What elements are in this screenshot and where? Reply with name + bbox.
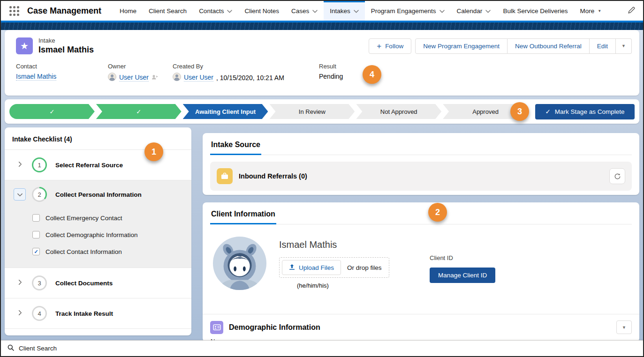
upload-files-button[interactable]: Upload Files [282, 260, 341, 275]
tab-client-information[interactable]: Client Information [210, 209, 276, 224]
field-label: Owner [108, 63, 173, 70]
new-outbound-referral-button[interactable]: New Outbound Referral [508, 38, 590, 54]
field-label: Created By [173, 63, 319, 70]
demographic-section-header: Demographic Information ▼ [210, 320, 632, 334]
checklist-subitem-collect-emergency-contact[interactable]: Collect Emergency Contact [32, 209, 191, 226]
file-dropzone[interactable]: Upload Files Or drop files [279, 257, 389, 278]
chevron-down-icon [485, 7, 491, 15]
client-information-tab-row: Client Information [210, 209, 632, 224]
inbound-referrals-related-list[interactable]: Inbound Referrals (0) [210, 162, 632, 191]
checklist-item-label: Collect Personal Information [55, 191, 142, 198]
upload-icon [289, 264, 295, 272]
record-action-group: New Program Engagement New Outbound Refe… [415, 38, 632, 54]
field-label: Contact [16, 63, 108, 70]
checkbox-checked[interactable]: ✓ [32, 248, 40, 255]
nav-tab-program-engagements[interactable]: Program Engagements [365, 1, 451, 21]
nav-tab-more[interactable]: More▼ [574, 1, 607, 21]
search-icon [8, 344, 14, 353]
path-stage-complete-1[interactable]: ✓ [9, 104, 95, 119]
nav-tab-client-search[interactable]: Client Search [143, 1, 193, 21]
chevron-down-icon [354, 7, 359, 15]
avatar [173, 73, 181, 82]
nav-tab-client-notes[interactable]: Client Notes [238, 1, 285, 21]
record-highlight-fields: ContactIsmael MathisOwnerUser UserCreate… [5, 55, 639, 82]
checklist-item-collect-personal-information: 2Collect Personal InformationCollect Eme… [5, 180, 191, 268]
nav-tab-home[interactable]: Home [114, 1, 143, 21]
chevron-right-icon[interactable] [17, 279, 23, 287]
demographic-section-menu-button[interactable]: ▼ [616, 320, 632, 334]
checklist-item-header[interactable]: 3Collect Documents [5, 268, 191, 298]
record-header-card: ★ Intake Ismael Mathis + Follow New Prog… [5, 30, 639, 96]
field-owner: OwnerUser User [108, 63, 173, 82]
chevron-right-icon[interactable] [17, 161, 23, 169]
checklist-item-header[interactable]: 1Select Referral Source [5, 150, 191, 180]
follow-button[interactable]: + Follow [369, 38, 411, 54]
checklist-item-label: Track Intake Result [55, 310, 113, 317]
edit-button[interactable]: Edit [590, 38, 616, 54]
path-stage-not-approved[interactable]: Not Approved [356, 104, 441, 119]
nav-tab-contacts[interactable]: Contacts [193, 1, 238, 21]
record-title: Ismael Mathis [38, 45, 94, 55]
checkbox-label: Collect Demographic Information [45, 231, 138, 238]
manage-client-id-button[interactable]: Manage Client ID [430, 268, 495, 283]
checklist-item-track-intake-result: 4Track Intake Result [5, 298, 191, 329]
field-value-link[interactable]: User User [184, 74, 213, 82]
client-pronouns: (he/him/his) [297, 282, 389, 289]
drop-files-label: Or drop files [347, 264, 382, 271]
path-stage-awaiting-client-input[interactable]: Awaiting Client Input [183, 104, 268, 119]
chevron-right-icon[interactable] [17, 309, 23, 318]
header-texture-band [1, 22, 643, 30]
record-actions: + Follow New Program Engagement New Outb… [369, 38, 632, 54]
checklist-subitems: Collect Emergency ContactCollect Demogra… [5, 208, 191, 268]
client-id-block: Client ID Manage Client ID [430, 254, 495, 283]
new-program-engagement-button[interactable]: New Program Engagement [415, 38, 508, 54]
field-value-link[interactable]: User User [119, 74, 149, 82]
chevron-down-icon[interactable] [14, 188, 26, 201]
field-value-link[interactable]: Ismael Mathis [16, 73, 56, 81]
mark-stage-complete-button[interactable]: ✓ Mark Stage as Complete [535, 104, 635, 119]
check-icon: ✓ [546, 108, 551, 115]
avatar [108, 73, 116, 82]
client-name: Ismael Mathis [279, 239, 389, 250]
nav-tab-cases[interactable]: Cases [285, 1, 324, 21]
intake-record-icon: ★ [16, 37, 33, 54]
checklist-subitem-collect-contact-information[interactable]: ✓Collect Contact Information [32, 243, 191, 260]
annotation-badge-4: 4 [363, 65, 381, 84]
refresh-button[interactable] [609, 168, 625, 184]
app-launcher-icon[interactable] [9, 6, 19, 16]
annotation-badge-2: 2 [428, 203, 447, 222]
client-information-card: Client Information [203, 202, 639, 342]
nav-tab-bulk-service-deliveries[interactable]: Bulk Service Deliveries [497, 1, 574, 21]
client-avatar [212, 236, 267, 291]
checklist-item-header[interactable]: 2Collect Personal Information [5, 180, 191, 208]
path-stage-complete-2[interactable]: ✓ [96, 104, 182, 119]
chevron-down-icon [439, 7, 445, 15]
intake-checklist-card: Intake Checklist (4) 1Select Referral So… [5, 127, 191, 335]
app-name: Case Management [27, 6, 101, 16]
nav-tab-intakes[interactable]: Intakes [324, 1, 365, 21]
checklist-items: 1Select Referral Source2Collect Personal… [5, 150, 191, 329]
checkbox-unchecked[interactable] [32, 231, 40, 238]
checklist-item-label: Select Referral Source [55, 162, 123, 169]
field-contact: ContactIsmael Mathis [16, 63, 108, 82]
nav-tab-calendar[interactable]: Calendar [451, 1, 497, 21]
path-stage-in-review[interactable]: In Review [269, 104, 355, 119]
checklist-item-header[interactable]: 4Track Intake Result [5, 298, 191, 328]
checklist-item-collect-documents: 3Collect Documents [5, 268, 191, 298]
more-record-actions-button[interactable]: ▼ [616, 38, 632, 54]
client-profile-row: Ismael Mathis Upload Files Or drop files… [210, 236, 632, 291]
global-nav: Case Management HomeClient SearchContact… [1, 1, 643, 21]
tab-intake-source[interactable]: Intake Source [210, 140, 261, 155]
checklist-item-label: Collect Documents [55, 280, 113, 287]
change-owner-icon[interactable] [152, 74, 159, 82]
section-divider [203, 314, 639, 314]
demographic-section-title: Demographic Information [229, 323, 320, 332]
checkbox-unchecked[interactable] [32, 214, 40, 222]
edit-pencil-icon[interactable] [628, 6, 636, 16]
annotation-badge-1: 1 [144, 142, 163, 161]
intake-source-tab-row: Intake Source [210, 140, 632, 155]
record-entity-label: Intake [38, 37, 94, 44]
nav-tabs: HomeClient SearchContactsClient NotesCas… [114, 1, 607, 21]
checklist-subitem-collect-demographic-information[interactable]: Collect Demographic Information [32, 226, 191, 243]
client-search-utility[interactable]: Client Search [8, 344, 57, 353]
